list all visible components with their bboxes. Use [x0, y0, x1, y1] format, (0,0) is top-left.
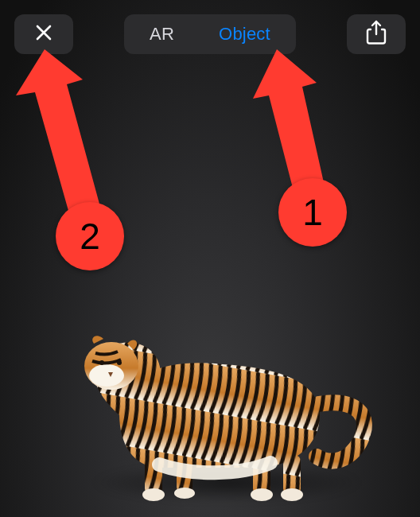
annotation-badge-1-circle: 1: [278, 178, 347, 247]
close-icon: [34, 23, 53, 45]
svg-point-14: [281, 488, 303, 501]
svg-point-6: [117, 360, 122, 365]
object-stage[interactable]: [0, 278, 420, 517]
svg-point-4: [89, 364, 124, 387]
close-button[interactable]: [14, 14, 73, 54]
annotation-badge-2: 2: [56, 202, 124, 270]
annotation-badge-2-circle: 2: [56, 202, 124, 270]
svg-marker-1: [16, 49, 100, 216]
svg-point-11: [142, 488, 165, 501]
share-icon: [366, 20, 387, 49]
svg-point-13: [251, 488, 273, 501]
ar-tab-label: AR: [150, 24, 174, 45]
annotation-badge-2-label: 2: [80, 215, 100, 258]
annotation-arrow-2: [14, 49, 142, 256]
annotation-arrow-1: [247, 49, 366, 232]
annotation-badge-1-label: 1: [302, 191, 323, 234]
object-tab[interactable]: Object: [196, 17, 293, 51]
object-tab-label: Object: [219, 24, 270, 45]
share-button[interactable]: [347, 14, 406, 54]
mode-segmented-control: AR Object: [124, 14, 296, 54]
ar-tab[interactable]: AR: [127, 17, 196, 51]
svg-point-5: [99, 360, 104, 365]
svg-marker-0: [253, 49, 325, 194]
annotation-badge-1: 1: [278, 178, 347, 247]
tiger-model: [0, 278, 420, 517]
svg-point-12: [174, 488, 195, 499]
top-toolbar: AR Object: [0, 14, 420, 54]
